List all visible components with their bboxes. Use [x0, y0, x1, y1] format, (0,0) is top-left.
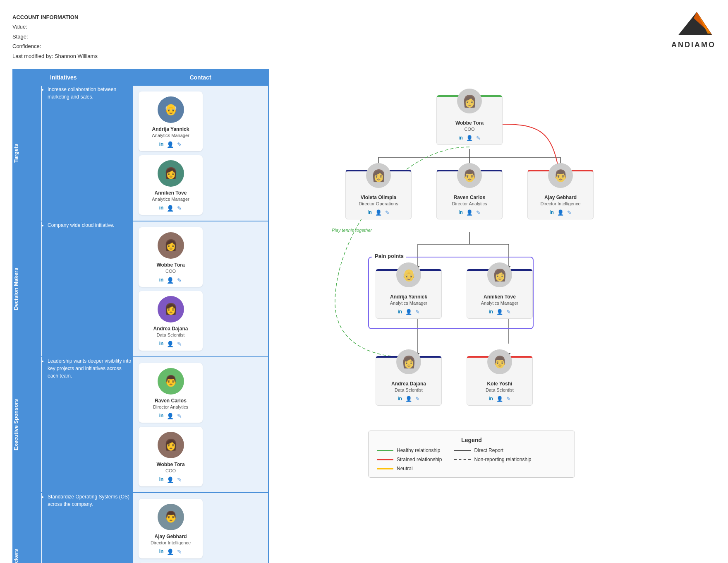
healthy-label: Healthy relationship	[397, 448, 440, 453]
node-andrija-icons: in 👤 ✎	[380, 309, 437, 315]
node-raven-icons: in 👤 ✎	[441, 209, 498, 216]
person-icon[interactable]: 👤	[167, 476, 174, 483]
row-label-targets: Targets	[13, 85, 42, 221]
person-icon[interactable]: 👤	[167, 549, 174, 555]
initiative-cell: Standardize Operating Systems (OS) acros…	[42, 493, 133, 563]
logo-area: ANDIAMO	[671, 8, 716, 49]
contact-icons: in 👤 ✎	[143, 413, 199, 419]
contact-card: 👴 Andrija Yannick Analytics Manager in 👤…	[139, 91, 203, 151]
edit-icon[interactable]: ✎	[177, 277, 182, 284]
linkedin-icon[interactable]: in	[458, 209, 463, 216]
linkedin-icon[interactable]: in	[159, 341, 164, 347]
linkedin-icon[interactable]: in	[489, 309, 493, 315]
person-icon[interactable]: 👤	[557, 209, 564, 216]
person-icon[interactable]: 👤	[496, 396, 503, 402]
edit-icon[interactable]: ✎	[476, 209, 481, 216]
initiative-cell: Increase collaboration between marketing…	[42, 85, 133, 221]
edit-icon[interactable]: ✎	[177, 141, 182, 148]
node-violeta: 👩 Violeta Olimpia Director Operations in…	[345, 170, 412, 219]
linkedin-icon[interactable]: in	[159, 141, 164, 148]
row-label-decision-makers: Decision Makers	[13, 221, 42, 357]
person-icon[interactable]: 👤	[466, 209, 473, 216]
initiative-cell: Leadership wants deeper visibility into …	[42, 357, 133, 493]
edit-icon[interactable]: ✎	[506, 396, 511, 402]
linkedin-icon[interactable]: in	[549, 209, 554, 216]
person-icon[interactable]: 👤	[167, 277, 174, 284]
node-wobbe-icons: in 👤 ✎	[441, 135, 498, 141]
contact-icons: in 👤 ✎	[143, 141, 199, 148]
edit-icon[interactable]: ✎	[506, 309, 511, 315]
stage-label: Stage:	[12, 32, 269, 41]
node-wobbe-name: Wobbe Tora	[441, 120, 498, 126]
contact-name: Andrija Yannick	[143, 126, 199, 132]
person-icon[interactable]: 👤	[405, 396, 412, 402]
contact-title: Analytics Manager	[143, 197, 199, 202]
node-raven-role: Director Analytics	[441, 201, 498, 206]
linkedin-icon[interactable]: in	[159, 205, 164, 212]
edit-icon[interactable]: ✎	[567, 209, 572, 216]
linkedin-icon[interactable]: in	[398, 309, 402, 315]
person-icon[interactable]: 👤	[167, 413, 174, 419]
contact-avatar: 👩	[158, 232, 184, 259]
contact-title: COO	[143, 269, 199, 274]
strained-label: Strained relationship	[397, 457, 442, 462]
left-panel: ACCOUNT INFORMATION Value: Stage: Confid…	[12, 12, 269, 563]
account-info: ACCOUNT INFORMATION Value: Stage: Confid…	[12, 12, 269, 61]
table-row: Decision MakersCompany wide cloud initia…	[13, 221, 268, 357]
person-icon[interactable]: 👤	[466, 135, 473, 141]
initiatives-header: Initiatives	[42, 70, 133, 85]
pain-points-label: Pain points	[372, 253, 406, 259]
edit-icon[interactable]: ✎	[476, 135, 481, 141]
contact-icons: in 👤 ✎	[143, 205, 199, 212]
node-andrija: 👴 Andrija Yannick Analytics Manager in 👤…	[376, 269, 442, 319]
direct-label: Direct Report	[474, 448, 503, 453]
edit-icon[interactable]: ✎	[385, 209, 390, 216]
linkedin-icon[interactable]: in	[159, 277, 164, 284]
strained-line	[377, 459, 393, 460]
node-violeta-name: Violeta Olimpia	[350, 195, 407, 200]
col-label-header	[13, 70, 42, 85]
contacts-cell: 👩 Wobbe Tora COO in 👤 ✎ 👩 Andrea Dajana …	[133, 221, 268, 357]
contact-avatar: 👨	[158, 504, 184, 530]
person-icon[interactable]: 👤	[167, 341, 174, 347]
edit-icon[interactable]: ✎	[177, 476, 182, 483]
legend-box: Legend Healthy relationship Strained rel…	[368, 431, 575, 478]
edit-icon[interactable]: ✎	[415, 309, 420, 315]
contact-card: 👩 Wobbe Tora COO in 👤 ✎	[139, 427, 203, 486]
non-reporting-line	[454, 459, 471, 460]
org-chart-container: Play tennis together 👩 Wobbe Tora COO in…	[273, 70, 711, 526]
linkedin-icon[interactable]: in	[367, 209, 372, 216]
node-anniken-role: Analytics Manager	[471, 301, 528, 306]
linkedin-icon[interactable]: in	[489, 396, 493, 402]
person-icon[interactable]: 👤	[496, 309, 503, 315]
linkedin-icon[interactable]: in	[398, 396, 402, 402]
contact-icons: in 👤 ✎	[143, 549, 199, 555]
person-icon[interactable]: 👤	[405, 309, 412, 315]
contact-card: 👩 Andrea Dajana Data Scientist in 👤 ✎	[139, 291, 203, 351]
person-icon[interactable]: 👤	[167, 205, 174, 212]
edit-icon[interactable]: ✎	[177, 205, 182, 212]
node-andrija-role: Analytics Manager	[380, 301, 437, 306]
edit-icon[interactable]: ✎	[415, 396, 420, 402]
person-icon[interactable]: 👤	[375, 209, 382, 216]
edit-icon[interactable]: ✎	[177, 341, 182, 347]
linkedin-icon[interactable]: in	[159, 549, 164, 555]
initiatives-table: Initiatives Contact TargetsIncrease coll…	[12, 69, 269, 563]
confidence-label: Confidence:	[12, 41, 269, 51]
value-label: Value:	[12, 22, 269, 31]
initiative-cell: Company wide cloud initiative.	[42, 221, 133, 357]
linkedin-icon[interactable]: in	[458, 135, 463, 141]
contacts-cell: 👨 Raven Carlos Director Analytics in 👤 ✎…	[133, 357, 268, 493]
person-icon[interactable]: 👤	[167, 141, 174, 148]
table-row: TargetsIncrease collaboration between ma…	[13, 85, 268, 221]
contact-title: Analytics Manager	[143, 133, 199, 138]
contact-card: 👨 Ajay Gebhard Director Intelligence in …	[139, 499, 203, 558]
edit-icon[interactable]: ✎	[177, 413, 182, 419]
node-violeta-role: Director Operations	[350, 201, 407, 206]
linkedin-icon[interactable]: in	[159, 413, 164, 419]
node-andrea: 👩 Andrea Dajana Data Scientist in 👤 ✎	[376, 356, 442, 406]
edit-icon[interactable]: ✎	[177, 549, 182, 555]
contact-card: 👩 Wobbe Tora COO in 👤 ✎	[139, 227, 203, 287]
contact-avatar: 👩	[158, 160, 184, 187]
linkedin-icon[interactable]: in	[159, 476, 164, 483]
